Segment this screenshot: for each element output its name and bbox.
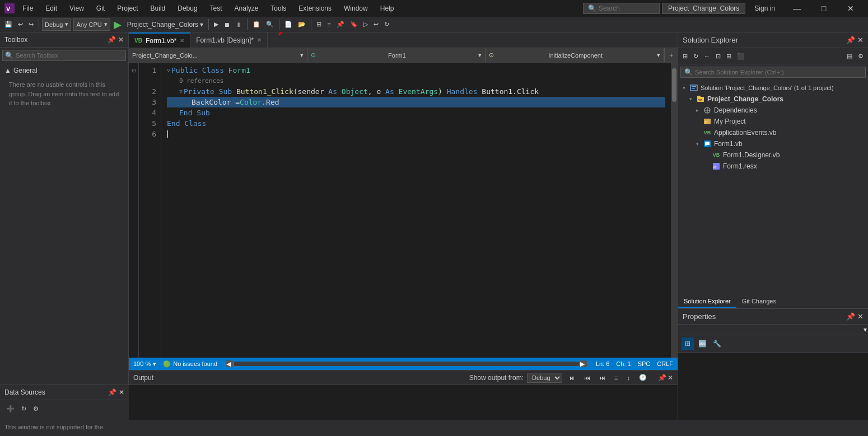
code-editor[interactable]: ⊡ 1 2 3 4 5 6 [129,63,678,358]
toolbar-extra-7[interactable]: ↻ [382,18,391,31]
zoom-area[interactable]: 100 % ▾ [133,360,156,368]
output-btn-2[interactable]: ⏮ [582,371,592,385]
debug-config-dropdown[interactable]: Debug ▾ [42,18,71,31]
editor-tab-form1design[interactable]: Form1.vb [Design]* ✕ [190,32,268,48]
properties-wrench-btn[interactable]: 🔧 [711,337,723,350]
toolbar-undo[interactable]: ↩ [16,18,25,31]
scroll-left-btn[interactable]: ◀ [226,360,233,367]
toolbox-search-input[interactable] [16,52,123,59]
editor-scrollbar[interactable] [671,63,678,358]
menu-build[interactable]: Build [146,2,170,15]
tree-item-form1designer[interactable]: ▸ VB Form1.Designer.vb [678,149,868,161]
toolbar-save[interactable]: 💾 [2,18,15,31]
solution-search-input[interactable] [695,69,862,76]
toolbar-new[interactable]: 📄 [282,18,295,31]
ds-config-btn[interactable]: ⚙ [31,402,41,416]
output-btn-6[interactable]: 🕐 [637,371,649,385]
menu-analyze[interactable]: Analyze [230,2,263,15]
toolbar-btn-5[interactable]: 🔍 [264,18,276,31]
tab-solution-explorer[interactable]: Solution Explorer [678,296,736,308]
tree-item-dependencies[interactable]: ▸ Dependencies [678,105,868,116]
maximize-button[interactable]: □ [811,0,837,17]
toolbox-section-title[interactable]: ▲ General [4,65,124,76]
toolbar-extra-6[interactable]: ↩ [371,18,381,31]
toolbar-btn-2[interactable]: ⏹ [222,18,232,31]
toolbar-open[interactable]: 📂 [296,18,308,31]
sol-toolbar-btn-1[interactable]: ⊞ [680,49,690,63]
menu-edit[interactable]: Edit [41,2,62,15]
output-btn-3[interactable]: ⏭ [597,371,608,385]
properties-close-icon[interactable]: ✕ [857,312,864,321]
tree-item-project[interactable]: ▾ VB Project_Change_Colors [678,93,868,105]
menu-debug[interactable]: Debug [173,2,202,15]
tab-git-changes[interactable]: Git Changes [736,296,782,308]
output-source-select[interactable]: Debug [527,373,562,383]
scroll-right-btn[interactable]: ▶ [580,360,587,367]
output-close-icon[interactable]: ✕ [668,374,673,382]
toolbox-close-icon[interactable]: ✕ [118,36,124,44]
menu-search-input[interactable] [599,4,655,12]
data-sources-close-icon[interactable]: ✕ [119,388,124,396]
menu-help[interactable]: Help [376,2,399,15]
sol-toolbar-btn-7[interactable]: ▤ [844,49,855,63]
collapse-2[interactable]: ▽ [179,86,183,97]
close-button[interactable]: ✕ [838,0,864,17]
toolbar-redo[interactable]: ↪ [26,18,36,31]
tree-item-appevents[interactable]: ▸ VB ApplicationEvents.vb [678,127,868,138]
member-dropdown[interactable]: ⊙ InitializeComponent ▾ [486,48,664,62]
horizontal-scrollbar[interactable] [234,362,579,366]
tree-item-form1vb[interactable]: ▾ Form1.vb [678,138,868,149]
toolbar-extra-3[interactable]: 📌 [334,18,347,31]
sol-toolbar-btn-6[interactable]: ⬛ [735,49,747,63]
ds-add-btn[interactable]: ➕ [4,402,17,416]
menu-window[interactable]: Window [339,2,372,15]
menu-test[interactable]: Test [206,2,227,15]
menu-file[interactable]: File [18,2,38,15]
solution-pin-icon[interactable]: 📌 [846,36,855,44]
output-btn-1[interactable]: ⏯ [567,371,577,385]
data-sources-pin-icon[interactable]: 📌 [108,388,116,396]
menu-project[interactable]: Project [113,2,142,15]
sol-toolbar-btn-4[interactable]: ⊡ [713,49,723,63]
ds-refresh-btn[interactable]: ↻ [19,402,29,416]
toolbar-btn-3[interactable]: ⏸ [234,18,244,31]
menu-tools[interactable]: Tools [266,2,291,15]
toolbar-extra-1[interactable]: ⊞ [314,18,324,31]
solution-search-box[interactable]: 🔍 [680,67,866,78]
toolbox-pin-icon[interactable]: 📌 [108,36,116,44]
output-btn-5[interactable]: ↕ [625,371,633,385]
properties-dropdown-icon[interactable]: ▾ [864,326,867,334]
editor-scroll-thumb[interactable] [672,68,676,102]
toolbox-search-box[interactable]: 🔍 [2,50,126,61]
project-name-toolbar[interactable]: Project_Change_Colors ▾ [125,21,206,29]
tree-item-my-project[interactable]: ▸ P My Project [678,116,868,127]
editor-tab-form1vb[interactable]: VB Form1.vb* ✕ [129,32,190,48]
editor-add-button[interactable]: + [664,48,678,62]
sol-toolbar-btn-5[interactable]: ⊞ [724,49,734,63]
toolbar-btn-1[interactable]: ▶ [212,18,221,31]
properties-view-btn[interactable]: ⊞ [682,337,694,350]
toolbar-extra-2[interactable]: ≡ [325,18,333,31]
menu-view[interactable]: View [65,2,88,15]
minimize-button[interactable]: — [784,0,810,17]
no-issues-indicator[interactable]: 🟢 No issues found [163,360,217,368]
horizontal-scrollbar-area[interactable]: ◀ ▶ [224,360,589,367]
sol-toolbar-btn-8[interactable]: ⚙ [856,49,866,63]
solution-close-icon[interactable]: ✕ [857,36,864,44]
tab-form1vb-close[interactable]: ✕ [180,37,184,44]
toolbar-btn-4[interactable]: 📋 [250,18,263,31]
run-button[interactable]: ▶ [114,18,122,31]
toolbar-extra-4[interactable]: 🔖 [348,18,360,31]
tree-item-form1resx[interactable]: ▸ R Form1.resx [678,161,868,172]
code-content[interactable]: ▽ Public Class Form1 0 references ▽ Priv… [161,63,671,358]
namespace-dropdown[interactable]: Project_Change_Colo... ▾ [129,48,307,62]
tree-item-solution[interactable]: ▾ Solution 'Project_Change_Colors' (1 of… [678,82,868,93]
output-pin-icon[interactable]: 📌 [658,374,666,382]
menu-extensions[interactable]: Extensions [294,2,336,15]
class-dropdown[interactable]: ⊙ Form1 ▾ [307,48,486,62]
properties-sort-btn[interactable]: 🔤 [696,337,708,350]
menu-search-box[interactable]: 🔍 [583,3,660,14]
collapse-1[interactable]: ▽ [167,65,170,76]
sol-toolbar-btn-3[interactable]: ← [702,49,712,63]
cpu-dropdown[interactable]: Any CPU ▾ [73,18,110,31]
